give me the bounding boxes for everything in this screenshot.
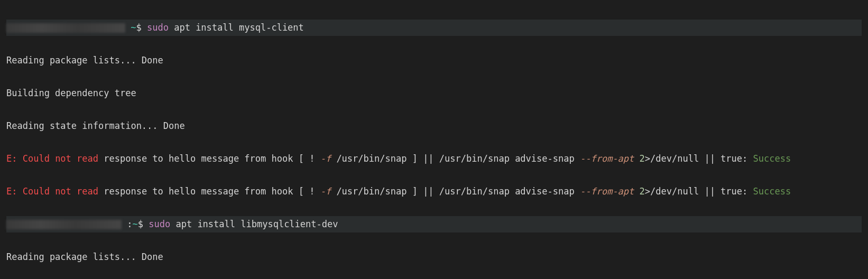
err-tail: >/dev/null || true: [645,186,753,197]
cmd2-sudo: sudo [149,219,170,229]
redacted-host [6,220,122,229]
err-cnr: Could not read [23,153,98,164]
prompt-tilde: ~ [133,219,138,229]
err-flag-f: -f [320,153,331,164]
cmd1-rest: apt install mysql-client [169,22,304,33]
redacted-host [6,23,125,33]
err-mid1: response to hello message from hook [ ! [98,186,320,197]
err-success: Success [753,186,791,197]
cmd2-rest: apt install libmysqlclient-dev [170,219,338,229]
err-sp [634,186,639,197]
terminal-output[interactable]: ~$ sudo apt install mysql-client Reading… [0,0,868,279]
error-line-1: E: Could not read response to hello mess… [6,151,862,167]
prompt-tilde: ~ [131,22,136,33]
err-flag-f: -f [320,186,331,197]
err-from-apt: --from-apt [580,186,634,197]
prompt-line-2: :~$ sudo apt install libmysqlclient-dev [6,216,862,232]
err-sp [634,153,639,164]
prompt-line-1: ~$ sudo apt install mysql-client [6,20,862,36]
out-read-pkg-2: Reading package lists... Done [6,249,862,265]
err-mid2: /usr/bin/snap ] || /usr/bin/snap advise-… [331,153,580,164]
err-mid2: /usr/bin/snap ] || /usr/bin/snap advise-… [331,186,580,197]
err-two: 2 [640,153,645,164]
prompt-dollar: $ [138,219,143,229]
err-mid1: response to hello message from hook [ ! [98,153,320,164]
err-prefix: E: [6,153,23,164]
error-line-2: E: Could not read response to hello mess… [6,183,862,200]
out-read-pkg-1: Reading package lists... Done [6,52,862,69]
err-from-apt: --from-apt [580,153,634,164]
err-success: Success [753,153,791,164]
prompt-dollar: $ [136,22,142,33]
err-cnr: Could not read [23,186,98,197]
out-read-state-1: Reading state information... Done [6,118,862,134]
err-two: 2 [640,186,645,197]
err-prefix: E: [6,186,23,197]
err-tail: >/dev/null || true: [645,153,753,164]
cmd1-sudo: sudo [147,22,169,33]
prompt-sep: : [127,219,132,229]
out-build-dep-1: Building dependency tree [6,85,862,101]
